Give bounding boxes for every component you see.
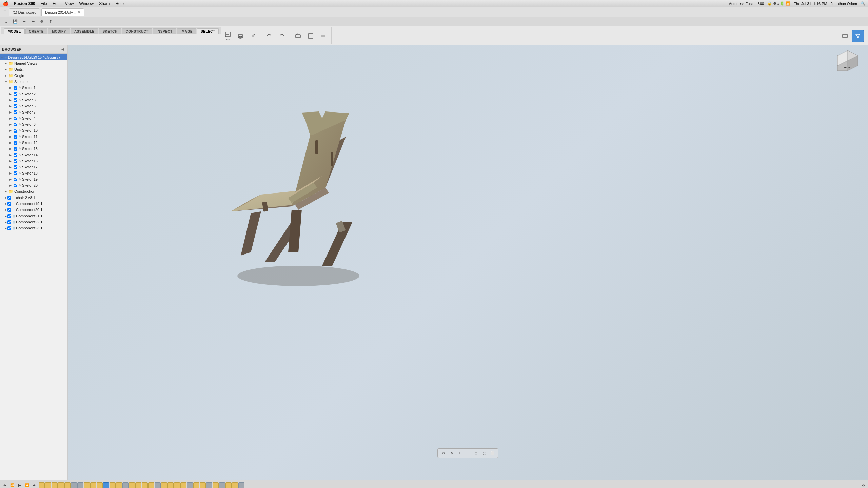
tree-item-comp22[interactable]: ▶ ⊞ Component22:1: [0, 219, 67, 225]
tree-item-sketch2[interactable]: ▶ ✎ Sketch2: [0, 91, 67, 97]
timeline-skip-end[interactable]: ⏭: [31, 482, 38, 488]
timeline-step-fwd[interactable]: ⏩: [24, 482, 31, 488]
tree-item-sketch3[interactable]: ▶ ✎ Sketch3: [0, 97, 67, 103]
timeline-item-13[interactable]: [122, 482, 129, 488]
checkbox-chair2[interactable]: [7, 196, 11, 200]
timeline-item-14[interactable]: [129, 482, 135, 488]
timeline-item-3[interactable]: [58, 482, 64, 488]
tree-item-sketch7[interactable]: ▶ ✎ Sketch7: [0, 109, 67, 115]
timeline-item-22[interactable]: [180, 482, 186, 488]
redo-tool-btn[interactable]: [276, 30, 288, 42]
checkbox-sketch7[interactable]: [14, 110, 17, 114]
checkbox-sketch3[interactable]: [14, 98, 17, 102]
checkbox-sketch19[interactable]: [14, 178, 17, 181]
tree-item-sketch10[interactable]: ▶ ✎ Sketch10: [0, 127, 67, 134]
orbit-btn[interactable]: ↺: [440, 449, 447, 457]
checkbox-sketch1[interactable]: [14, 86, 17, 90]
menu-share[interactable]: Share: [99, 1, 110, 6]
tree-item-construction[interactable]: ▶ 📁 Construction: [0, 188, 67, 195]
checkbox-comp20[interactable]: [7, 208, 11, 212]
checkbox-sketch20[interactable]: [14, 184, 17, 187]
tree-item-chair2[interactable]: ▶ ⊞ chair 2 v8:1: [0, 195, 67, 201]
module-tab-image[interactable]: IMAGE: [177, 28, 196, 34]
tree-item-sketch12[interactable]: ▶ ✎ Sketch12: [0, 140, 67, 146]
tree-item-sketch19[interactable]: ▶ ✎ Sketch19: [0, 176, 67, 182]
checkbox-sketch13[interactable]: [14, 147, 17, 151]
checkbox-sketch6[interactable]: [14, 123, 17, 126]
expand-named-views[interactable]: ▶: [5, 62, 7, 65]
tree-item-comp19[interactable]: ▶ ⊞ Component19:1: [0, 201, 67, 207]
timeline-item-25[interactable]: [200, 482, 206, 488]
timeline-item-9[interactable]: [97, 482, 103, 488]
timeline-item-4[interactable]: [64, 482, 71, 488]
tree-item-sketches[interactable]: ▼ 📁 Sketches: [0, 79, 67, 85]
tree-item-sketch15[interactable]: ▶ ✎ Sketch15: [0, 158, 67, 164]
timeline-settings[interactable]: ⚙: [860, 482, 867, 488]
module-tab-sketch[interactable]: SKETCH: [99, 28, 121, 34]
module-tab-construct[interactable]: CONSTRUCT: [122, 28, 152, 34]
timeline-item-19[interactable]: [161, 482, 167, 488]
timeline-item-1[interactable]: [45, 482, 51, 488]
checkbox-comp22[interactable]: [7, 220, 11, 224]
zoom-out-btn[interactable]: −: [464, 449, 472, 457]
settings-btn[interactable]: ⚙: [38, 18, 45, 25]
timeline-item-11[interactable]: [110, 482, 116, 488]
timeline-skip-start[interactable]: ⏮: [1, 482, 8, 488]
timeline-item-18[interactable]: [155, 482, 161, 488]
tree-item-sketch13[interactable]: ▶ ✎ Sketch13: [0, 146, 67, 152]
search-icon[interactable]: 🔍: [861, 1, 865, 6]
module-tab-inspect[interactable]: INSPECT: [153, 28, 176, 34]
cube-navigator[interactable]: FRONT: [834, 49, 861, 76]
save-btn[interactable]: 💾: [12, 18, 19, 25]
select-filter-btn[interactable]: [852, 30, 864, 42]
timeline-item-31[interactable]: [238, 482, 244, 488]
checkbox-sketch5[interactable]: [14, 104, 17, 108]
menu-file[interactable]: File: [41, 1, 47, 6]
timeline-item-10[interactable]: [103, 482, 109, 488]
share-btn[interactable]: ⬆: [47, 18, 54, 25]
tree-item-sketch18[interactable]: ▶ ✎ Sketch18: [0, 170, 67, 176]
timeline-item-6[interactable]: [77, 482, 83, 488]
redo-btn[interactable]: ↪: [29, 18, 37, 25]
module-tab-assemble[interactable]: ASSEMBLE: [71, 28, 98, 34]
tab-design[interactable]: Design 2014July... ✕: [41, 8, 84, 16]
timeline-item-15[interactable]: [135, 482, 141, 488]
tree-item-comp20[interactable]: ▶ ⊞ Component20:1: [0, 207, 67, 213]
tree-item-origin[interactable]: ▶ 📁 Origin: [0, 73, 67, 79]
checkbox-sketch2[interactable]: [14, 92, 17, 96]
menu-window[interactable]: Window: [79, 1, 94, 6]
fit-btn[interactable]: ⊡: [472, 449, 480, 457]
revolve-btn[interactable]: [247, 30, 259, 42]
timeline-item-21[interactable]: [174, 482, 180, 488]
timeline-item-29[interactable]: [225, 482, 232, 488]
timeline-play[interactable]: ▶: [16, 482, 23, 488]
timeline-item-27[interactable]: [213, 482, 219, 488]
timeline-item-24[interactable]: [193, 482, 199, 488]
tree-item-sketch4[interactable]: ▶ ✎ Sketch4: [0, 115, 67, 121]
timeline-item-23[interactable]: [187, 482, 193, 488]
timeline-item-2[interactable]: [52, 482, 58, 488]
display-settings-btn[interactable]: [839, 30, 851, 42]
browser-collapse-btn[interactable]: ◀: [60, 47, 65, 52]
tree-item-sketch17[interactable]: ▶ ✎ Sketch17: [0, 164, 67, 170]
timeline-item-5[interactable]: [71, 482, 77, 488]
timeline-item-16[interactable]: [142, 482, 148, 488]
timeline-item-28[interactable]: [219, 482, 225, 488]
timeline-step-back[interactable]: ⏪: [9, 482, 16, 488]
checkbox-sketch18[interactable]: [14, 171, 17, 175]
viewport-3d[interactable]: FRONT ↺ ✥ + − ⊡ ⬚ ⬜: [68, 45, 868, 480]
tab-dashboard[interactable]: (1) Dashboard: [9, 8, 40, 16]
tree-item-sketch5[interactable]: ▶ ✎ Sketch5: [0, 103, 67, 109]
checkbox-sketch17[interactable]: [14, 165, 17, 169]
timeline-item-7[interactable]: [84, 482, 90, 488]
timeline-item-12[interactable]: [116, 482, 122, 488]
checkbox-comp23[interactable]: [7, 226, 11, 230]
new-component-btn[interactable]: New: [222, 30, 234, 42]
sidebar-toggle[interactable]: ☰: [1, 8, 9, 16]
joint-btn[interactable]: [317, 30, 329, 42]
checkbox-comp19[interactable]: [7, 202, 11, 206]
undo-tool-btn[interactable]: [263, 30, 275, 42]
expand-arrow-root[interactable]: ▼: [1, 56, 3, 59]
app-name[interactable]: Fusion 360: [14, 1, 35, 6]
tree-item-root[interactable]: ▼ ◈ Design 2014July29 15:46:56pm v7: [0, 54, 67, 60]
